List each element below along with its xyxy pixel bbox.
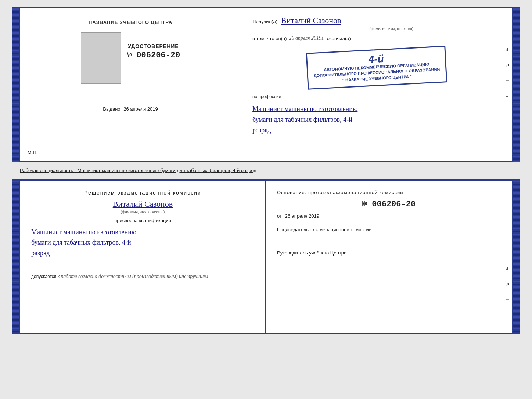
poluchil-line: Получил(а) Виталий Сазонов – xyxy=(252,16,501,25)
po-professii-label: по профессии xyxy=(252,94,501,99)
osnovanie-text: Основание: протокол экзаменационной коми… xyxy=(277,190,501,195)
recipient-name: Виталий Сазонов xyxy=(281,16,341,25)
specialty-text: Рабочая специальность - Машинист машины … xyxy=(12,165,520,177)
udostoverenie-title: УДОСТОВЕРЕНИЕ xyxy=(127,43,180,49)
chairman-block: Председатель экзаменационной комиссии xyxy=(277,227,501,240)
qualification-block: Машинист машины по изготовлению бумаги д… xyxy=(31,227,254,259)
profession-block: Машинист машины по изготовлению бумаги д… xyxy=(252,104,501,135)
photo-placeholder xyxy=(81,32,121,84)
bottom-right-decorations: – – – и ,а ← – – – – xyxy=(506,217,512,367)
udostoverenie-number: № 006206-20 xyxy=(127,51,180,60)
prisvoena-text: присвоена квалификация xyxy=(31,218,254,223)
dopuskaetsya-line: допускается к работе согласно должностны… xyxy=(31,274,254,279)
fio-hint-top: (фамилия, имя, отчество) xyxy=(282,27,501,31)
right-side-decorations: – и ,а ← – – – – xyxy=(506,31,512,147)
stamp-block: 4-й АВТОНОМНУЮ НЕКОММЕРЧЕСКУЮ ОРГАНИЗАЦИ… xyxy=(306,46,447,90)
protocol-number: № 006206-20 xyxy=(277,200,501,209)
rukovoditel-block: Руководитель учебного Центра xyxy=(277,245,501,263)
v-tom-line: в том, что он(а) 26 апреля 2019г. окончи… xyxy=(252,35,501,41)
name-block-bottom: Виталий Сазонов (фамилия, имя, отчество) xyxy=(31,199,254,214)
vydano-line: Выдано 26 апреля 2019 xyxy=(103,106,158,112)
ot-date: от 26 апреля 2019 xyxy=(277,213,501,219)
resheniem-text: Решением экзаменационной комиссии xyxy=(31,190,254,196)
training-center-label-top: НАЗВАНИЕ УЧЕБНОГО ЦЕНТРА xyxy=(89,19,172,25)
mp-label: М.П. xyxy=(28,150,37,155)
